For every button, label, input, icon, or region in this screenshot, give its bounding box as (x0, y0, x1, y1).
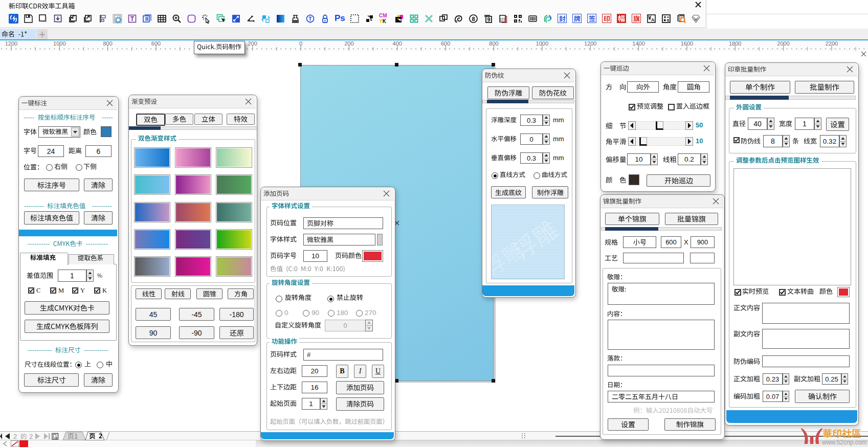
svg-text:123: 123 (500, 17, 506, 21)
svg-text:8: 8 (472, 16, 475, 22)
svg-text:9: 9 (487, 16, 490, 23)
